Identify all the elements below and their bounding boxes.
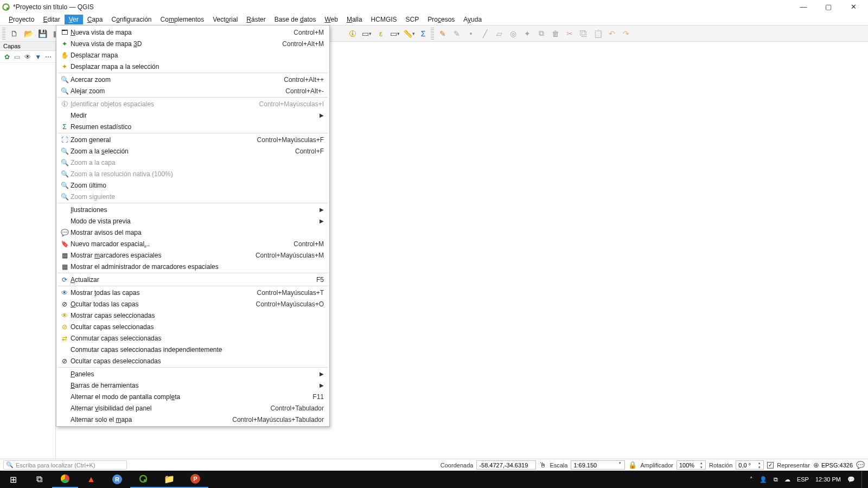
rotation-field[interactable]: 0,0 °▴▾ [736,460,764,470]
menu-nueva-vista-3d[interactable]: ✦Nueva vista de mapa 3DControl+Alt+M [56,38,329,49]
menu-barras[interactable]: Barras de herramientas▶ [56,380,329,391]
menu-mostrar-sel[interactable]: 👁Mostrar capas seleccionadas [56,310,329,321]
tray-up-icon[interactable]: ˄ [750,476,753,483]
menu-resumen[interactable]: ΣResumen estadístico [56,121,329,132]
menu-editar[interactable]: Editar [39,15,64,24]
menu-ocultar-sel[interactable]: ⊘Ocultar capas seleccionadas [56,321,329,332]
menu-scp[interactable]: SCP [401,15,424,24]
edit-toggle-icon[interactable]: ✎ [436,27,449,40]
tray-dropbox-icon[interactable]: ⧉ [774,476,778,483]
menu-ayuda[interactable]: Ayuda [459,15,486,24]
menu-admin-marcadores[interactable]: ▦ Mostrar el administrador de marcadores… [56,261,329,272]
coord-field[interactable]: -58.4727,-34.6319 [476,460,536,470]
menu-desplazar-sel[interactable]: ✦Desplazar mapa a la selección [56,61,329,72]
menu-ilustraciones[interactable]: Ilustraciones▶ [56,204,329,215]
menu-procesos[interactable]: Procesos [423,15,459,24]
menu-ocultar-desel[interactable]: ⊘Ocultar capas deseleccionadas [56,355,329,367]
menu-pantalla-completa[interactable]: Alternar el modo de pantalla completaF11 [56,391,329,402]
expand-icon[interactable]: ⋯ [44,50,53,63]
menu-nuevo-marcador[interactable]: 🔖Nuevo marcador espacial...Control+M [56,238,329,249]
menu-zoom-seleccion[interactable]: 🔍Zoom a la selecciónControl+F [56,145,329,157]
toolbar-handle[interactable] [431,28,434,40]
toolbar-handle[interactable] [2,28,5,40]
mouse-icon[interactable]: 🖱 [539,461,546,469]
qgis-taskbar-icon[interactable] [130,471,156,488]
menu-conmutar-indep[interactable]: Conmutar capas seleccionadas independien… [56,344,329,355]
stats-summary-icon[interactable]: Σ [417,27,430,40]
menu-hcmgis[interactable]: HCMGIS [367,15,401,24]
brave-icon[interactable]: ▲ [78,471,104,488]
save-project-icon[interactable]: 💾 [36,27,49,40]
rstudio-icon[interactable]: R [104,471,130,488]
undo-icon[interactable]: ↶ [605,27,618,40]
tray-onedrive-icon[interactable]: ☁ [784,476,790,483]
menu-malla[interactable]: Malla [342,15,367,24]
menu-visibilidad-panel[interactable]: Alternar visibilidad del panelControl+Ta… [56,402,329,414]
menu-medir[interactable]: Medir▶ [56,110,329,121]
powerpoint-icon[interactable]: P [182,471,208,488]
menu-base-datos[interactable]: Base de datos [270,15,321,24]
menu-desplazar[interactable]: ✋Desplazar mapa [56,49,329,61]
explorer-icon[interactable]: 📁 [156,471,182,488]
menu-vectorial[interactable]: Vectorial [208,15,242,24]
measure-icon[interactable]: 📏▾ [403,27,416,40]
cut-icon[interactable]: ✂ [563,27,576,40]
locator-search[interactable]: 🔍Escriba para localizar (Ctrl+K) [3,460,127,470]
menu-complementos[interactable]: Complementos [156,15,209,24]
new-project-icon[interactable]: 🗋 [8,27,21,40]
filter-legend-icon[interactable]: ▼ [34,50,43,63]
lock-icon[interactable]: 🔒 [628,461,637,469]
tray-lang[interactable]: ESP [797,476,809,483]
tray-notifications-icon[interactable]: 💬 [847,476,855,483]
tray-people-icon[interactable]: 👤 [760,476,767,483]
menu-modo-vista[interactable]: Modo de vista previa▶ [56,215,329,227]
add-ring-icon[interactable]: ◎ [507,27,520,40]
menu-mostrar-marcadores[interactable]: ▦Mostrar marcadores espacialesControl+Ma… [56,249,329,261]
edit-save-icon[interactable]: ✎ [450,27,463,40]
menu-solo-mapa[interactable]: Alternar solo el mapaControl+Mayúsculas+… [56,414,329,425]
menu-paneles[interactable]: Paneles▶ [56,368,329,380]
menu-conmutar-sel[interactable]: ⇄Conmutar capas seleccionadas [56,332,329,344]
menu-raster[interactable]: Ráster [242,15,270,24]
menu-ver[interactable]: Ver [65,15,83,24]
expression-select-icon[interactable]: ε [374,27,387,40]
scale-field[interactable]: 1:69.150▾ [571,460,625,470]
start-button[interactable]: ⊞ [0,471,26,488]
menu-nueva-vista[interactable]: 🗔Nueva vista de mapaControl+M [56,27,329,38]
menu-mostrar-avisos[interactable]: 💬Mostrar avisos del mapa [56,227,329,238]
messages-icon[interactable]: 💬 [856,461,865,469]
select-icon[interactable]: ▭▾ [360,27,373,40]
menu-web[interactable]: Web [320,15,342,24]
minimize-button[interactable]: — [791,3,816,11]
add-point-icon[interactable]: • [464,27,477,40]
open-project-icon[interactable]: 📂 [22,27,35,40]
crs-button[interactable]: ⊕EPSG:4326 [813,461,853,469]
render-checkbox[interactable]: ✓ [767,462,774,468]
add-polygon-icon[interactable]: ▱ [493,27,506,40]
menu-zoom-ultimo[interactable]: 🔍Zoom último [56,179,329,191]
deselect-icon[interactable]: ▭▾ [388,27,401,40]
add-line-icon[interactable]: ╱ [478,27,492,40]
visibility-icon[interactable]: 👁 [23,50,32,63]
menu-zoom-general[interactable]: ⛶Zoom generalControl+Mayúsculas+F [56,134,329,145]
tray-time[interactable]: 12:30 PM [815,476,841,483]
identify-icon[interactable]: 🛈 [346,27,359,40]
add-group-icon[interactable]: ▭ [12,50,22,63]
menu-acercar[interactable]: 🔍Acercar zoomControl+Alt++ [56,74,329,85]
modify-icon[interactable]: ⧉ [535,27,548,40]
vertex-tool-icon[interactable]: ✦ [521,27,534,40]
delete-icon[interactable]: 🗑 [549,27,562,40]
menu-ocultar-todas[interactable]: ⊘Ocultar todas las capasControl+Mayúscul… [56,298,329,310]
copy-icon[interactable]: ⿻ [577,27,590,40]
taskview-button[interactable]: ⧉ [26,471,52,488]
layer-style-icon[interactable]: ✿ [2,50,11,63]
menu-mostrar-todas[interactable]: 👁Mostrar todas las capasControl+Mayúscul… [56,287,329,298]
menu-configuracion[interactable]: Configuración [107,15,156,24]
menu-capa[interactable]: Capa [83,15,107,24]
menu-alejar[interactable]: 🔍Alejar zoomControl+Alt+- [56,85,329,97]
paste-icon[interactable]: 📋 [591,27,604,40]
maximize-button[interactable]: ▢ [816,3,841,11]
chrome-icon[interactable] [52,471,78,488]
menu-actualizar[interactable]: ⟳ActualizarF5 [56,274,329,285]
redo-icon[interactable]: ↷ [620,27,633,40]
